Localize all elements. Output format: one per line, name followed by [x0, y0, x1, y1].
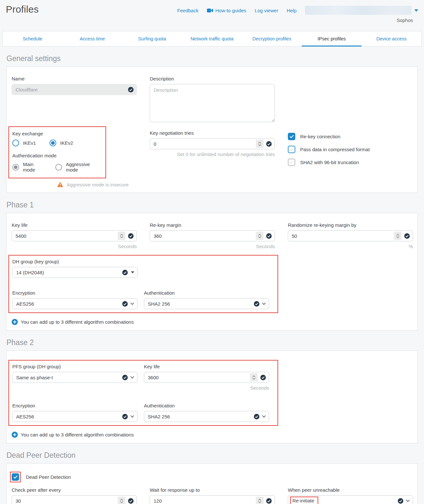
- dpd-heading: Dead Peer Detection: [6, 451, 424, 460]
- caret-down-icon[interactable]: [131, 271, 134, 273]
- randomize-input-text[interactable]: [292, 233, 391, 239]
- checkbox-sha2-box[interactable]: [288, 159, 295, 166]
- key-life-input[interactable]: [12, 230, 137, 241]
- radio-main-mode-circle[interactable]: [12, 164, 19, 171]
- checkbox-rekey-connection[interactable]: Re-key connection: [288, 133, 413, 140]
- phase2-key-life-label: Key life: [144, 364, 269, 369]
- tab-network-traffic-quota[interactable]: Network traffic quota: [182, 31, 242, 46]
- tab-decryption-profiles[interactable]: Decryption profiles: [242, 31, 302, 46]
- checkbox-compressed-format[interactable]: Pass data in compressed format: [288, 146, 413, 153]
- radio-aggressive-mode[interactable]: Aggressive mode: [55, 162, 102, 173]
- wait-response-input[interactable]: [150, 495, 275, 504]
- key-exchange-highlight-box: Key exchange IKEv1 IKEv2 Authentication …: [8, 126, 106, 178]
- auth-mode-label: Authentication mode: [12, 153, 102, 158]
- phase2-authentication-select[interactable]: SHA2 256: [144, 411, 269, 422]
- key-life-input-text[interactable]: [16, 233, 115, 239]
- wait-response-input-text[interactable]: [154, 498, 253, 504]
- rekey-margin-input[interactable]: [150, 230, 275, 241]
- number-stepper[interactable]: [250, 373, 258, 382]
- phase1-authentication-select[interactable]: SHA2 256: [144, 298, 269, 309]
- rekey-margin-input-text[interactable]: [154, 233, 253, 239]
- key-life-label: Key life: [12, 222, 137, 228]
- check-peer-input-text[interactable]: [16, 498, 115, 504]
- phase1-encryption-select[interactable]: AES256: [12, 298, 137, 309]
- pfs-group-label: PFS group (DH group): [12, 364, 137, 369]
- aggressive-mode-warning: Aggressive mode is insecure: [57, 182, 137, 187]
- randomize-unit: %: [288, 244, 413, 249]
- randomize-field-group: Randomize re-keying margin by %: [288, 222, 413, 249]
- tab-access-time[interactable]: Access time: [62, 31, 122, 46]
- number-stepper[interactable]: [256, 497, 264, 504]
- dropdown-caret-icon[interactable]: [414, 9, 418, 12]
- description-label: Description: [150, 76, 275, 81]
- account-menu[interactable]: [305, 6, 418, 15]
- name-input: [12, 84, 137, 95]
- number-stepper[interactable]: [256, 140, 264, 148]
- number-stepper[interactable]: [118, 232, 125, 240]
- phase1-algorithms-highlight-box: DH group (key group) 14 (DH2048) Encrypt…: [8, 255, 278, 313]
- pfs-group-select[interactable]: Same as phase-I: [12, 372, 137, 383]
- name-field-group: Name: [12, 76, 137, 95]
- brand-label: Sophos: [6, 17, 418, 23]
- number-stepper[interactable]: [394, 232, 402, 240]
- radio-ikev2[interactable]: IKEv2: [49, 140, 73, 146]
- radio-ikev2-circle[interactable]: [49, 140, 56, 146]
- key-life-field-group: Key life Seconds: [12, 222, 137, 249]
- phase2-encryption-label: Encryption: [12, 403, 137, 408]
- chevron-down-icon[interactable]: [130, 376, 134, 379]
- log-viewer-link[interactable]: Log viewer: [255, 8, 278, 13]
- radio-aggressive-mode-circle[interactable]: [55, 164, 62, 171]
- phase2-algorithms-highlight-box: PFS group (DH group) Same as phase-I Key…: [8, 360, 278, 426]
- radio-main-mode[interactable]: Main mode: [12, 162, 46, 173]
- help-link[interactable]: Help: [287, 8, 297, 13]
- description-textarea[interactable]: [150, 84, 275, 122]
- number-stepper[interactable]: [118, 497, 125, 504]
- warning-icon: [57, 182, 63, 187]
- howto-guides-link[interactable]: How-to guides: [207, 8, 246, 13]
- phase2-add-combination[interactable]: You can add up to 3 different algorithm …: [12, 432, 412, 438]
- dpd-enable-checkbox[interactable]: [12, 473, 19, 481]
- checkbox-sha2-truncation[interactable]: SHA2 with 96-bit truncation: [288, 159, 413, 166]
- chevron-down-icon[interactable]: [262, 302, 266, 305]
- chevron-down-icon[interactable]: [130, 302, 134, 305]
- key-negotiation-input[interactable]: [150, 138, 275, 149]
- checkbox-compressed-box[interactable]: [288, 146, 295, 153]
- key-negotiation-input-text[interactable]: [154, 141, 253, 147]
- tab-surfing-quota[interactable]: Surfing quota: [122, 31, 182, 46]
- rekey-margin-unit: Seconds: [150, 244, 275, 249]
- key-negotiation-label: Key negotiation tries: [150, 130, 275, 136]
- dpd-checkbox-highlight-box: [10, 472, 21, 482]
- check-peer-field-group: Check peer after every Seconds: [12, 487, 137, 504]
- dh-group-select[interactable]: 14 (DH2048): [12, 267, 137, 278]
- radio-ikev1[interactable]: IKEv1: [12, 140, 36, 146]
- radio-ikev1-circle[interactable]: [12, 140, 19, 146]
- chevron-down-icon[interactable]: [262, 415, 266, 418]
- valid-checkmark-icon: [404, 233, 410, 239]
- phase2-key-life-input[interactable]: [144, 372, 269, 383]
- when-unreachable-label: When peer unreachable: [288, 487, 413, 493]
- phase2-key-life-input-text[interactable]: [148, 375, 247, 380]
- description-field-group: Description: [150, 76, 275, 123]
- dpd-enable-row[interactable]: Dead Peer Detection: [12, 473, 412, 481]
- when-unreachable-select[interactable]: Re-initiate: [288, 495, 413, 504]
- phase1-section: Key life Seconds Re-key margin: [6, 213, 418, 331]
- tab-ipsec-profiles[interactable]: IPsec profiles: [302, 31, 362, 46]
- randomize-input[interactable]: [288, 230, 413, 241]
- phase1-add-combination[interactable]: You can add up to 3 different algorithm …: [12, 319, 412, 325]
- plus-circle-icon[interactable]: [12, 432, 18, 438]
- checkbox-rekey-box[interactable]: [288, 133, 295, 140]
- tab-device-access[interactable]: Device access: [362, 31, 421, 46]
- check-peer-input[interactable]: [12, 495, 137, 504]
- account-name-redacted: [305, 6, 412, 15]
- tab-schedule[interactable]: Schedule: [3, 31, 62, 46]
- plus-circle-icon[interactable]: [12, 319, 18, 325]
- wait-response-label: Wait for response up to: [150, 487, 275, 493]
- phase1-encryption-field-group: Encryption AES256: [12, 290, 137, 309]
- name-input-text: [16, 87, 125, 92]
- chevron-down-icon[interactable]: [130, 415, 134, 418]
- chevron-down-icon[interactable]: [406, 499, 410, 502]
- dpd-section: Dead Peer Detection Check peer after eve…: [6, 463, 418, 504]
- number-stepper[interactable]: [256, 232, 264, 240]
- phase2-encryption-select[interactable]: AES256: [12, 411, 137, 422]
- feedback-link[interactable]: Feedback: [177, 8, 199, 13]
